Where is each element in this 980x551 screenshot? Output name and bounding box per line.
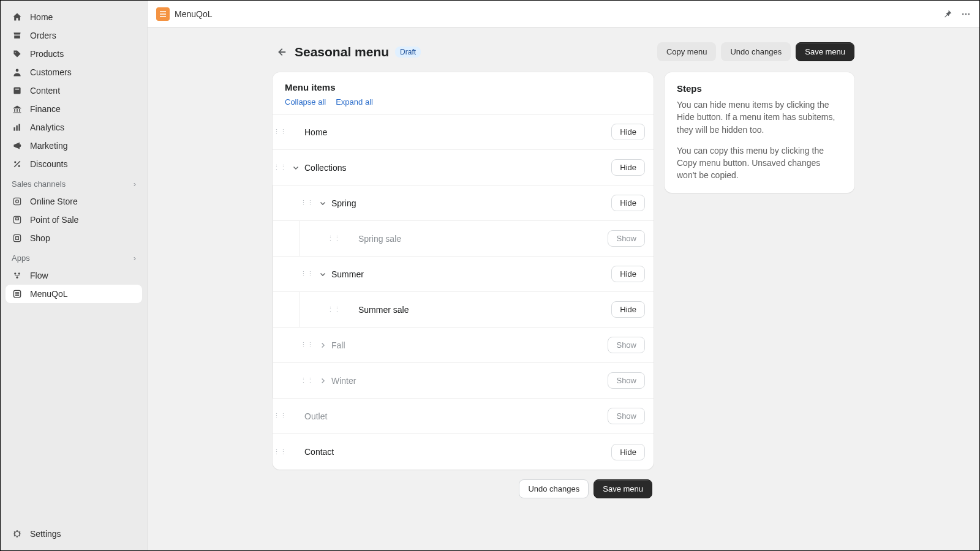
hide-button[interactable]: Hide [611,266,645,282]
chevron-down-icon[interactable] [287,163,304,172]
tree-label[interactable]: Summer sale [358,305,611,315]
sidebar-item-settings[interactable]: Settings [6,525,142,543]
collapse-all-link[interactable]: Collapse all [285,97,326,107]
expand-all-link[interactable]: Expand all [336,97,373,107]
drag-handle-icon[interactable]: ⋮⋮ [300,270,314,278]
sidebar-item-label: Online Store [30,197,78,206]
chevron-right-icon[interactable] [314,341,331,350]
sidebar-section-sales-channels[interactable]: Sales channels › [6,173,142,192]
tree-row-spring: ⋮⋮ Spring Hide [273,186,654,221]
show-button[interactable]: Show [608,408,645,424]
save-menu-button[interactable]: Save menu [796,42,854,61]
hide-button[interactable]: Hide [611,195,645,211]
hide-button[interactable]: Hide [611,124,645,140]
chevron-down-icon[interactable] [314,199,331,208]
topbar: MenuQoL [148,1,979,28]
steps-paragraph: You can hide menu items by clicking the … [677,99,842,136]
tree-row-outlet: ⋮⋮ Outlet Show [273,399,654,434]
sidebar-item-online-store[interactable]: Online Store [6,192,142,211]
pin-icon[interactable] [943,9,952,19]
sidebar-item-label: Settings [30,529,61,539]
svg-rect-11 [16,218,19,220]
tree-label[interactable]: Summer [331,269,611,279]
sidebar-item-menuqol[interactable]: MenuQoL [6,285,142,303]
sidebar-item-label: Orders [30,31,56,40]
page-title: Seasonal menu [295,45,389,59]
sidebar-item-pos[interactable]: Point of Sale [6,211,142,229]
sidebar-item-discounts[interactable]: Discounts [6,155,142,173]
hide-button[interactable]: Hide [611,301,645,318]
svg-rect-1 [13,87,20,94]
sidebar-item-shop[interactable]: Shop [6,229,142,247]
tree-row-summer: ⋮⋮ Summer Hide [273,257,654,292]
footer-undo-button[interactable]: Undo changes [519,479,589,498]
sidebar-item-orders[interactable]: Orders [6,26,142,45]
chevron-down-icon[interactable] [314,270,331,279]
svg-rect-3 [13,127,15,131]
back-button[interactable] [273,43,290,61]
products-icon [12,48,23,59]
discounts-icon [12,159,23,170]
drag-handle-icon[interactable]: ⋮⋮ [326,305,341,313]
sidebar-item-label: Customers [30,67,72,77]
sidebar-item-label: MenuQoL [30,289,67,299]
drag-handle-icon[interactable]: ⋮⋮ [300,341,314,349]
sidebar-item-label: Shop [30,233,50,243]
drag-handle-icon[interactable]: ⋮⋮ [273,128,287,136]
drag-handle-icon[interactable]: ⋮⋮ [273,163,287,171]
content-icon [12,85,23,96]
footer-actions: Undo changes Save menu [273,479,652,498]
sidebar-item-home[interactable]: Home [6,8,142,26]
pos-icon [12,214,23,225]
finance-icon [12,103,23,114]
drag-handle-icon[interactable]: ⋮⋮ [300,199,314,207]
more-icon[interactable] [961,9,971,19]
tree-label[interactable]: Contact [304,447,611,457]
sidebar-item-products[interactable]: Products [6,45,142,63]
sidebar-item-label: Content [30,86,60,96]
svg-point-0 [16,69,19,72]
sidebar-item-analytics[interactable]: Analytics [6,118,142,137]
tree-row-fall: ⋮⋮ Fall Show [273,328,654,363]
sidebar-item-finance[interactable]: Finance [6,100,142,118]
tree-label[interactable]: Spring sale [358,234,608,244]
chevron-right-icon[interactable] [314,377,331,385]
tree-label[interactable]: Outlet [304,411,608,421]
show-button[interactable]: Show [608,372,645,389]
svg-rect-5 [18,124,20,130]
hide-button[interactable]: Hide [611,444,645,460]
orders-icon [12,30,23,41]
steps-paragraph: You can copy this menu by clicking the C… [677,144,842,182]
sidebar-item-marketing[interactable]: Marketing [6,137,142,155]
hide-button[interactable]: Hide [611,159,645,176]
analytics-icon [12,122,23,133]
gear-icon [12,528,23,539]
undo-changes-button[interactable]: Undo changes [721,42,791,61]
copy-menu-button[interactable]: Copy menu [657,42,716,61]
tree-label[interactable]: Winter [331,376,608,386]
drag-handle-icon[interactable]: ⋮⋮ [273,412,287,420]
sidebar-item-flow[interactable]: Flow [6,266,142,285]
show-button[interactable]: Show [608,337,645,353]
marketing-icon [12,140,23,151]
tree-label[interactable]: Collections [304,163,611,173]
tree-label[interactable]: Home [304,127,611,137]
footer-save-button[interactable]: Save menu [594,479,652,498]
sidebar-item-content[interactable]: Content [6,81,142,100]
tree-label[interactable]: Fall [331,340,608,350]
drag-handle-icon[interactable]: ⋮⋮ [326,234,341,242]
steps-card: Steps You can hide menu items by clickin… [665,72,854,193]
show-button[interactable]: Show [608,230,645,247]
customers-icon [12,67,23,78]
sidebar-section-apps[interactable]: Apps › [6,247,142,266]
sidebar-item-customers[interactable]: Customers [6,63,142,81]
status-badge: Draft [395,47,421,58]
drag-handle-icon[interactable]: ⋮⋮ [273,448,287,456]
sidebar-item-label: Marketing [30,141,67,151]
tree-label[interactable]: Spring [331,198,611,208]
drag-handle-icon[interactable]: ⋮⋮ [300,377,314,384]
tree-row-summer-sale: ⋮⋮ Summer sale Hide [273,292,654,328]
sidebar-item-label: Flow [30,271,48,280]
svg-point-18 [965,13,967,14]
menu-tree: ⋮⋮ Home Hide ⋮⋮ Collections Hide [273,114,654,470]
